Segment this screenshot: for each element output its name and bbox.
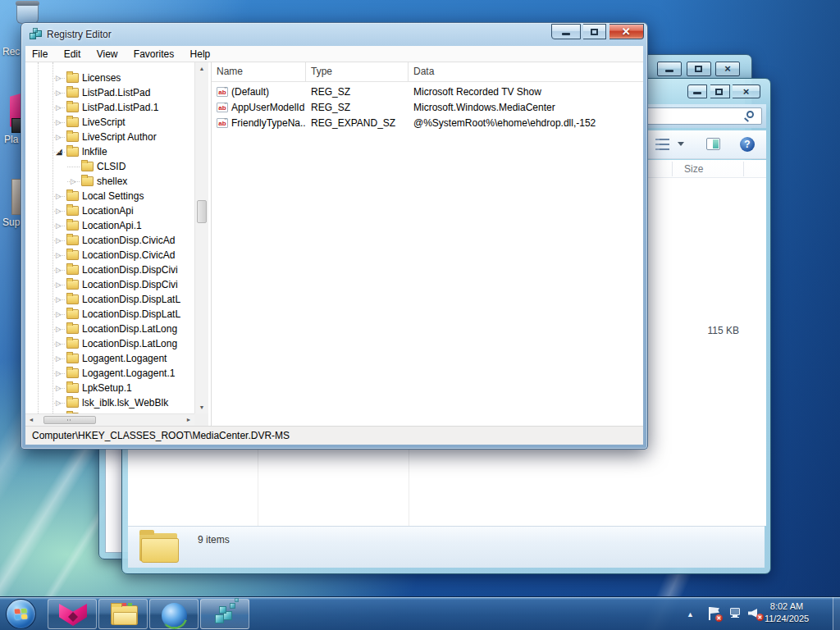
maximize-button[interactable]	[687, 62, 711, 76]
tree-item[interactable]: ▷LocationDisp.DispCivi	[25, 262, 194, 277]
scroll-right-arrow[interactable]: ►	[183, 414, 194, 426]
expand-arrow[interactable]: ▷	[71, 174, 81, 189]
help-icon[interactable]: ?	[740, 137, 755, 152]
expand-arrow[interactable]: ▷	[56, 233, 66, 248]
expand-arrow[interactable]: ◢	[56, 144, 66, 159]
tree-item[interactable]: ▷LiveScript	[25, 115, 194, 130]
taskbar-button-registry-editor[interactable]	[200, 599, 249, 629]
data-column-header[interactable]: Data	[409, 62, 643, 81]
expand-arrow[interactable]: ▷	[56, 336, 66, 351]
expand-arrow[interactable]: ▷	[56, 218, 66, 233]
expand-arrow[interactable]: ▷	[56, 351, 66, 366]
close-button[interactable]: ×	[715, 62, 740, 76]
recycle-bin-icon[interactable]	[16, 2, 39, 24]
taskbar-button-browser[interactable]	[149, 599, 199, 629]
name-column-header[interactable]: Name	[212, 62, 306, 81]
expand-arrow[interactable]: ▷	[56, 262, 66, 277]
tree-item[interactable]: ▷lsk_iblk.lsk_WebBlk	[25, 395, 194, 410]
expand-arrow[interactable]: ▷	[56, 292, 66, 307]
taskbar-button-player-app[interactable]	[48, 599, 97, 629]
registry-editor-window[interactable]: Registry Editor ✕ File Edit View Favorit…	[21, 22, 648, 450]
expand-arrow[interactable]: ▷	[56, 395, 66, 410]
close-button[interactable]: ×	[733, 84, 760, 98]
scrollbar-thumb[interactable]	[197, 200, 207, 223]
expand-arrow[interactable]: ▷	[56, 366, 66, 381]
tree-item[interactable]: ▷ListPad.ListPad.1	[25, 100, 194, 115]
values-header-row: Name Type Data	[212, 62, 643, 82]
size-column-header[interactable]: Size	[684, 163, 703, 175]
desktop-icon-label: Rec	[2, 46, 20, 57]
tree-vertical-scrollbar[interactable]: ▲ ▼	[194, 62, 208, 413]
value-row[interactable]: abFriendlyTypeNa... REG_EXPAND_SZ @%Syst…	[212, 116, 643, 131]
expand-arrow[interactable]: ▷	[56, 381, 66, 395]
tree-item[interactable]: ▷LocationApi.1	[25, 218, 194, 233]
action-center-icon[interactable]: ✕	[709, 607, 720, 620]
menu-item[interactable]: File	[25, 46, 54, 62]
preview-pane-icon[interactable]	[706, 138, 720, 150]
expand-arrow[interactable]: ▷	[56, 307, 66, 322]
tree-horizontal-scrollbar[interactable]: ◄ ►	[25, 413, 194, 426]
tree-item[interactable]: ▷LocationDisp.CivicAd	[25, 233, 194, 248]
change-view-icon[interactable]	[655, 139, 669, 150]
scroll-up-arrow[interactable]: ▲	[195, 62, 208, 75]
menu-item[interactable]: Favorites	[127, 46, 180, 62]
taskbar-button-explorer[interactable]	[98, 599, 148, 629]
menu-item[interactable]: View	[90, 46, 125, 62]
search-icon[interactable]	[746, 111, 754, 118]
column-divider[interactable]	[672, 162, 673, 176]
tree-item[interactable]: ▷ListPad.ListPad	[25, 85, 194, 100]
column-divider[interactable]	[743, 162, 744, 176]
maximize-button[interactable]	[583, 24, 606, 39]
expand-arrow[interactable]: ▷	[56, 71, 66, 85]
tree-item[interactable]: ▷Logagent.Logagent.1	[25, 366, 194, 381]
expand-arrow[interactable]: ▷	[56, 248, 66, 262]
value-row[interactable]: ab(Default) REG_SZ Microsoft Recorded TV…	[212, 84, 643, 100]
tree-item[interactable]: ▷LocationApi	[25, 203, 194, 218]
expand-arrow[interactable]: ▷	[56, 203, 66, 218]
registry-tree-pane[interactable]: ▷Licenses ▷ListPad.ListPad ▷ListPad.List…	[25, 62, 208, 426]
expand-arrow[interactable]: ▷	[56, 322, 66, 336]
registry-values-pane[interactable]: Name Type Data ab(Default) REG_SZ Micros…	[211, 62, 643, 426]
maximize-button[interactable]	[710, 84, 730, 98]
minimize-button[interactable]	[657, 62, 682, 76]
tree-item-label: Logagent.Logagent.1	[82, 368, 175, 379]
tree-item[interactable]: ▷LocationDisp.CivicAd	[25, 248, 194, 262]
type-column-header[interactable]: Type	[306, 62, 409, 81]
scroll-down-arrow[interactable]: ▼	[195, 401, 208, 413]
tree-item[interactable]: ▷LpkSetup.1	[25, 381, 194, 395]
expand-arrow[interactable]: ▷	[56, 100, 66, 115]
tree-item[interactable]: ▷LocationDisp.LatLong	[25, 322, 194, 336]
tree-item[interactable]: ▷Local Settings	[25, 189, 194, 203]
start-button[interactable]	[6, 599, 36, 629]
expand-arrow[interactable]: ▷	[56, 85, 66, 100]
tree-item[interactable]: ◢lnkfile	[25, 144, 194, 159]
taskbar-clock[interactable]: 8:02 AM 11/24/2025	[756, 600, 817, 625]
tree-item[interactable]: CLSID	[25, 159, 194, 174]
window-controls: ×	[655, 62, 740, 76]
close-button[interactable]: ✕	[609, 24, 644, 39]
minimize-button[interactable]	[687, 84, 707, 98]
expand-arrow[interactable]: ▷	[56, 115, 66, 130]
expand-arrow[interactable]: ▷	[56, 189, 66, 203]
menu-item[interactable]: Help	[184, 46, 217, 62]
show-hidden-icons-icon[interactable]: ▲	[687, 610, 694, 619]
expand-arrow[interactable]: ▷	[56, 130, 66, 144]
menu-item[interactable]: Edit	[57, 46, 88, 62]
tree-item[interactable]: ▷shellex	[25, 174, 194, 189]
value-row[interactable]: abAppUserModelId REG_SZ Microsoft.Window…	[212, 100, 643, 116]
network-icon[interactable]	[728, 608, 742, 619]
tree-item[interactable]: ▷LiveScript Author	[25, 130, 194, 144]
tree-item[interactable]: ▷LocationDisp.LatLong	[25, 336, 194, 351]
folder-icon	[139, 530, 179, 563]
tree-item[interactable]: ▷LocationDisp.DispLatL	[25, 292, 194, 307]
scroll-left-arrow[interactable]: ◄	[25, 414, 37, 426]
chevron-down-icon[interactable]	[678, 142, 684, 149]
scrollbar-thumb[interactable]	[43, 416, 96, 424]
minimize-button[interactable]	[551, 24, 581, 39]
tree-item[interactable]: ▷LocationDisp.DispLatL	[25, 307, 194, 322]
show-desktop-button[interactable]	[833, 597, 840, 630]
tree-item[interactable]: ▷LocationDisp.DispCivi	[25, 277, 194, 292]
expand-arrow[interactable]: ▷	[56, 277, 66, 292]
tree-item[interactable]: ▷Logagent.Logagent	[25, 351, 194, 366]
tree-item[interactable]: ▷Licenses	[25, 71, 194, 85]
